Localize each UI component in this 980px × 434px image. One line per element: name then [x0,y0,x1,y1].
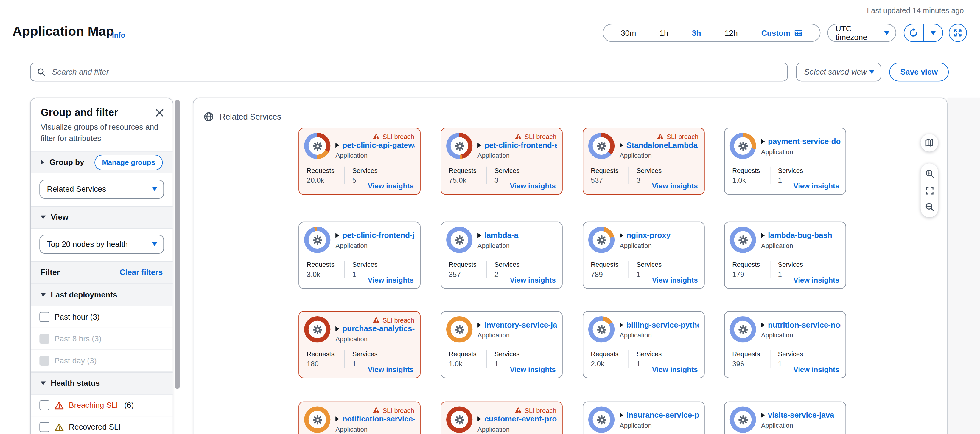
group-by-select[interactable]: Related Services [39,180,164,198]
service-name-link[interactable]: notification-service-java [342,415,415,423]
service-name-link[interactable]: purchase-analytics-en... [342,324,415,333]
expander-icon[interactable] [620,233,624,238]
save-view-button[interactable]: Save view [889,62,949,81]
application-map-canvas[interactable]: Related Services SLI breach pet-clinic-a… [193,98,948,434]
zoom-in-button[interactable] [924,169,934,179]
close-icon[interactable] [155,108,164,116]
service-name-row[interactable]: nutrition-service-nodejs [761,321,841,329]
expander-icon[interactable] [761,322,765,327]
service-name-link[interactable]: pet-clinic-frontend-java [342,231,415,240]
service-card-purchase-analytics-en[interactable]: SLI breach purchase-analytics-en... Appl… [299,311,421,378]
service-name-link[interactable]: nutrition-service-nodejs [768,321,841,329]
service-card-billing-service-python[interactable]: billing-service-python Application Reque… [583,311,705,378]
expander-icon[interactable] [477,233,481,238]
view-insights-link[interactable]: View insights [510,366,556,373]
expander-icon[interactable] [336,326,339,332]
service-name-link[interactable]: lambda-bug-bash [768,231,832,240]
service-card-insurance-service-pyth[interactable]: insurance-service-pyth... Application Re… [583,402,705,434]
view-section-header[interactable]: View [31,206,173,229]
service-name-row[interactable]: pet-clinic-frontend-java [336,231,415,240]
service-name-link[interactable]: nginx-proxy [627,231,670,240]
service-card-lambda-bug-bash[interactable]: lambda-bug-bash Application Requests179 … [724,222,846,289]
time-range-30m[interactable]: 30m [621,29,636,37]
view-insights-link[interactable]: View insights [652,182,698,190]
view-insights-link[interactable]: View insights [652,366,698,373]
expander-icon[interactable] [761,233,765,238]
service-card-payment-service-dotnet[interactable]: payment-service-dotnet Application Reque… [724,128,846,195]
view-insights-link[interactable]: View insights [793,182,839,190]
service-name-row[interactable]: billing-service-python [620,321,699,329]
service-card-pet-clinic-frontend-java[interactable]: pet-clinic-frontend-java Application Req… [299,222,421,289]
expander-icon[interactable] [761,139,765,144]
view-insights-link[interactable]: View insights [793,366,839,373]
time-range-3h[interactable]: 3h [692,29,701,37]
service-name-row[interactable]: nginx-proxy [620,231,699,240]
service-name-link[interactable]: insurance-service-pyth... [627,411,699,420]
expander-icon[interactable] [620,143,624,148]
service-name-row[interactable]: purchase-analytics-en... [336,324,415,333]
group-by-section-header[interactable]: Group by Manage groups [31,151,173,174]
service-name-row[interactable]: StandaloneLambda [620,141,699,150]
expander-icon[interactable] [336,416,339,421]
service-name-row[interactable]: pet-clinic-api-gateway [336,141,415,150]
expander-icon[interactable] [620,413,624,418]
expander-icon[interactable] [761,413,765,418]
checkbox[interactable] [39,422,49,432]
service-name-row[interactable]: payment-service-dotnet [761,137,841,146]
checkbox[interactable] [39,312,49,322]
expander-icon[interactable] [336,143,339,148]
service-name-row[interactable]: visits-service-java [761,411,841,420]
refresh-button[interactable] [904,24,923,41]
service-name-link[interactable]: pet-clinic-api-gateway [342,141,415,150]
service-name-link[interactable]: customer-event-proce... [484,415,557,423]
service-name-link[interactable]: visits-service-java [768,411,834,420]
zoom-out-button[interactable] [924,203,934,212]
expander-icon[interactable] [477,143,481,148]
service-card-visits-service-java[interactable]: visits-service-java Application Requests… [724,402,846,434]
time-range-custom[interactable]: Custom [761,29,802,37]
service-card-StandaloneLambda[interactable]: SLI breach StandaloneLambda Application … [583,128,705,195]
service-name-row[interactable]: insurance-service-pyth... [620,411,699,420]
view-insights-link[interactable]: View insights [368,182,414,190]
clear-filters-link[interactable]: Clear filters [120,268,163,277]
service-name-row[interactable]: pet-clinic-frontend-ec... [477,141,557,150]
service-card-nginx-proxy[interactable]: nginx-proxy Application Requests789 Serv… [583,222,705,289]
manage-groups-button[interactable]: Manage groups [94,155,163,170]
fullscreen-button[interactable] [949,24,967,42]
service-card-nutrition-service-nodejs[interactable]: nutrition-service-nodejs Application Req… [724,311,846,378]
service-name-row[interactable]: notification-service-java [336,415,415,423]
service-name-row[interactable]: customer-event-proce... [477,415,557,423]
time-range-1h[interactable]: 1h [660,29,668,37]
service-name-link[interactable]: billing-service-python [627,321,699,329]
service-card-pet-clinic-api-gateway[interactable]: SLI breach pet-clinic-api-gateway Applic… [299,128,421,195]
saved-view-select[interactable]: Select saved view [796,62,881,81]
service-name-link[interactable]: StandaloneLambda [627,141,698,150]
checkbox[interactable] [39,400,49,410]
filter-group-header-last-deployments[interactable]: Last deployments [31,284,173,306]
expander-icon[interactable] [477,416,481,421]
expander-icon[interactable] [620,322,624,327]
minimap-toggle-button[interactable] [921,134,938,152]
view-select[interactable]: Top 20 nodes by health [39,235,164,254]
panel-scrollbar-thumb[interactable] [175,100,180,389]
service-card-customer-event-proce[interactable]: SLI breach customer-event-proce... Appli… [441,402,563,434]
view-insights-link[interactable]: View insights [652,276,698,284]
view-insights-link[interactable]: View insights [368,366,414,373]
service-card-inventory-service-java[interactable]: inventory-service-java Application Reque… [441,311,563,378]
service-name-row[interactable]: lambda-a [477,231,557,240]
service-name-link[interactable]: pet-clinic-frontend-ec... [484,141,557,150]
zoom-fit-button[interactable] [925,186,933,194]
info-link[interactable]: Info [112,31,125,39]
service-card-notification-service-java[interactable]: SLI breach notification-service-java App… [299,402,421,434]
service-name-row[interactable]: inventory-service-java [477,321,557,329]
service-name-link[interactable]: payment-service-dotnet [768,137,841,146]
search-input[interactable] [51,67,781,77]
view-insights-link[interactable]: View insights [793,276,839,284]
expander-icon[interactable] [477,322,481,327]
refresh-options-button[interactable] [924,24,942,41]
service-card-pet-clinic-frontend-ec[interactable]: SLI breach pet-clinic-frontend-ec... App… [441,128,563,195]
view-insights-link[interactable]: View insights [510,182,556,190]
filter-group-header-health-status[interactable]: Health status [31,372,173,395]
timezone-select[interactable]: UTC timezone [827,24,896,42]
view-insights-link[interactable]: View insights [510,276,556,284]
